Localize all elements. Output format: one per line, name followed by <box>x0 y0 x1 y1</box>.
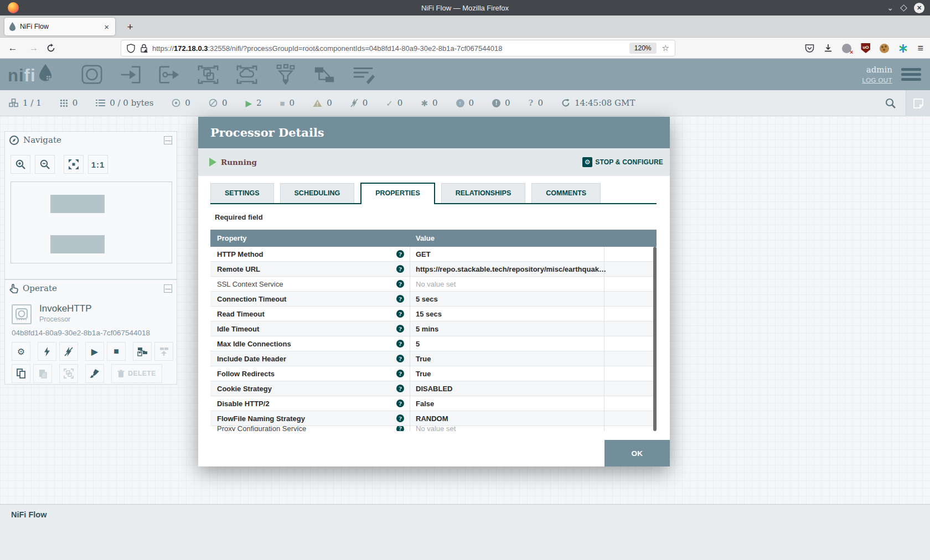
property-name: Cookie Strategy? <box>210 381 410 396</box>
collapse-operate-button[interactable]: — <box>164 284 172 293</box>
help-icon[interactable]: ? <box>396 400 404 407</box>
shield-icon[interactable] <box>127 44 135 53</box>
url-text[interactable]: https://172.18.0.3:32558/nifi/?processGr… <box>152 44 629 53</box>
zoom-level-badge[interactable]: 120% <box>629 43 657 54</box>
help-icon[interactable]: ? <box>396 385 404 392</box>
help-icon[interactable]: ? <box>396 295 404 303</box>
help-icon[interactable]: ? <box>396 280 404 288</box>
property-name: Read Timeout? <box>210 307 410 321</box>
running-status-icon <box>209 158 216 167</box>
output-port-component-icon[interactable] <box>157 63 182 87</box>
selected-component-name: InvokeHTTP <box>39 303 91 314</box>
label-component-icon[interactable] <box>350 63 376 87</box>
zoom-out-button[interactable] <box>35 155 55 174</box>
minimize-button[interactable]: ⌄ <box>887 4 893 12</box>
bulletin-board-button[interactable] <box>906 90 930 116</box>
browser-tab-nifi-flow[interactable]: NiFi Flow × <box>4 18 115 35</box>
delete-button[interactable]: DELETE <box>111 364 162 383</box>
help-icon[interactable]: ? <box>396 414 404 422</box>
stop-and-configure-button[interactable]: ⚙ STOP & CONFIGURE <box>582 157 663 167</box>
status-stale: ↑ 0 <box>456 98 474 108</box>
property-name: FlowFile Naming Strategy? <box>210 411 410 426</box>
reload-icon <box>46 44 55 53</box>
tab-properties[interactable]: PROPERTIES <box>360 183 435 204</box>
property-extra-cell <box>604 381 657 396</box>
selected-component-id[interactable]: 04b8fd14-80a9-30e2-8b1a-7cf067544018 <box>12 329 150 337</box>
window-titlebar: NiFi Flow — Mozilla Firefox ⌄ ✕ <box>0 0 930 15</box>
global-menu-button[interactable] <box>901 66 921 83</box>
navigate-title: Navigate <box>23 135 159 145</box>
zoom-actual-size-button[interactable]: 1:1 <box>88 155 108 174</box>
forward-button[interactable]: → <box>25 43 42 54</box>
collapse-navigate-button[interactable]: — <box>164 136 172 144</box>
maximize-button[interactable] <box>900 4 907 12</box>
group-button[interactable] <box>59 364 78 383</box>
pocket-icon[interactable] <box>805 44 814 53</box>
table-scrollbar[interactable] <box>653 247 657 431</box>
help-icon[interactable]: ? <box>396 310 404 318</box>
help-icon[interactable]: ? <box>396 426 404 431</box>
extension-icon[interactable] <box>842 44 851 53</box>
bookmark-star-icon[interactable]: ☆ <box>662 43 669 53</box>
ublock-origin-icon[interactable]: uO <box>861 43 870 53</box>
reload-button[interactable] <box>46 44 63 53</box>
status-refresh[interactable]: 14:45:08 GMT <box>561 98 635 108</box>
logout-link[interactable]: LOG OUT <box>862 77 892 84</box>
copy-button[interactable] <box>12 364 30 383</box>
selected-component-icon <box>12 304 32 324</box>
close-tab-icon[interactable]: × <box>102 22 111 32</box>
close-button[interactable]: ✕ <box>914 3 924 13</box>
ok-button[interactable]: OK <box>604 440 670 466</box>
property-extra-cell <box>604 262 657 276</box>
property-value: No value set <box>410 277 604 291</box>
paste-button[interactable] <box>33 364 52 383</box>
remote-process-group-component-icon[interactable] <box>234 63 260 87</box>
property-name: Remote URL? <box>210 262 410 276</box>
breadcrumb[interactable]: NiFi Flow <box>11 510 930 519</box>
processor-component-icon[interactable] <box>79 63 105 87</box>
help-icon[interactable]: ? <box>396 265 404 273</box>
create-template-button[interactable] <box>133 342 152 361</box>
process-group-component-icon[interactable] <box>195 63 221 87</box>
zoom-in-button[interactable] <box>11 155 30 174</box>
input-port-component-icon[interactable] <box>118 63 143 87</box>
help-icon[interactable]: ? <box>396 250 404 258</box>
tab-relationships[interactable]: RELATIONSHIPS <box>441 183 525 203</box>
cookie-extension-icon[interactable] <box>880 44 889 53</box>
app-menu-button[interactable]: ≡ <box>917 43 923 54</box>
enable-button[interactable] <box>38 342 56 361</box>
help-icon[interactable]: ? <box>396 325 404 333</box>
property-value: 15 secs <box>410 307 604 321</box>
property-row: Remote URL?https://repo.stackable.tech/r… <box>210 262 657 277</box>
disable-bolt-icon <box>64 347 73 356</box>
help-icon[interactable]: ? <box>396 355 404 362</box>
property-column-header: Property <box>210 234 410 242</box>
url-bar[interactable]: https://172.18.0.3:32558/nifi/?processGr… <box>121 40 675 56</box>
colorful-asterisk-extension-icon[interactable] <box>898 44 908 53</box>
back-button[interactable]: ← <box>4 43 21 54</box>
required-field-note: Required field <box>215 213 263 221</box>
search-icon[interactable] <box>885 98 896 108</box>
tab-settings[interactable]: SETTINGS <box>210 183 274 203</box>
template-component-icon[interactable] <box>312 63 337 87</box>
property-extra-cell <box>604 292 657 306</box>
download-icon[interactable] <box>824 44 833 53</box>
start-button[interactable]: ▶ <box>85 342 104 361</box>
zoom-fit-button[interactable] <box>64 155 84 174</box>
help-icon[interactable]: ? <box>396 370 404 377</box>
last-refresh-time: 14:45:08 GMT <box>575 98 635 108</box>
new-tab-button[interactable]: + <box>123 20 137 34</box>
upload-template-button[interactable] <box>154 342 173 361</box>
stop-button[interactable]: ■ <box>107 342 126 361</box>
color-button[interactable] <box>85 364 104 383</box>
help-icon[interactable]: ? <box>396 340 404 348</box>
birdseye-minimap[interactable] <box>11 182 172 263</box>
disable-button[interactable] <box>59 342 78 361</box>
tab-comments[interactable]: COMMENTS <box>531 183 601 203</box>
lock-warning-icon[interactable] <box>140 44 148 53</box>
configuration-button[interactable]: ⚙ <box>12 342 30 361</box>
property-row: Read Timeout?15 secs <box>210 307 657 322</box>
property-extra-cell <box>604 307 657 321</box>
funnel-component-icon[interactable] <box>273 63 298 87</box>
tab-scheduling[interactable]: SCHEDULING <box>280 183 355 203</box>
